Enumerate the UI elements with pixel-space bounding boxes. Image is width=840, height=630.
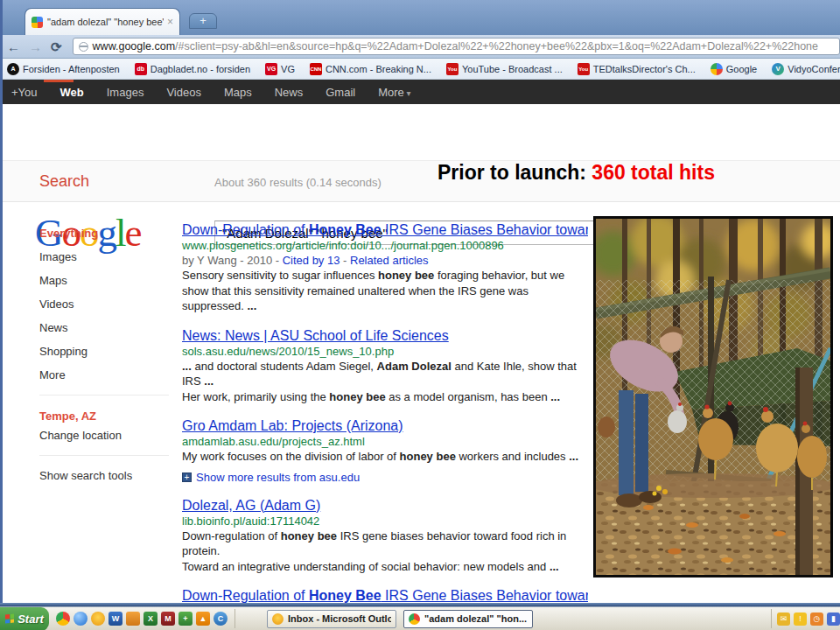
search-mode-label: Search: [39, 172, 89, 191]
chicken-photo: [593, 216, 833, 578]
sidebar-item-shopping[interactable]: Shopping: [39, 346, 171, 357]
result-title-link[interactable]: News: News | ASU School of Life Sciences: [182, 327, 588, 344]
bookmark-youtube[interactable]: YouYouTube - Broadcast ...: [446, 63, 563, 75]
navbar-item-more[interactable]: More: [367, 86, 422, 99]
result-snippet: Sensory sensitivity to sugar influences …: [182, 268, 588, 314]
text-segment: Adam Dolezal: [377, 360, 452, 373]
show-search-tools-link[interactable]: Show search tools: [39, 470, 171, 481]
result-url: sols.asu.edu/news/2010/15_news_10.php: [182, 344, 588, 359]
change-location-link[interactable]: Change location: [39, 430, 171, 441]
bookmarks-bar: AForsiden - AftenpostendbDagbladet.no - …: [0, 59, 840, 80]
text-segment: honey bee: [400, 450, 456, 463]
navbar-item-web[interactable]: Web: [49, 86, 95, 99]
chrome-quicklaunch-icon[interactable]: [56, 612, 70, 626]
bookmark-label: Dagbladet.no - forsiden: [150, 64, 250, 74]
reload-button-icon[interactable]: ⟳: [51, 40, 62, 53]
clock-tray-icon[interactable]: ◷: [810, 612, 823, 626]
sidebar-item-maps[interactable]: Maps: [39, 275, 171, 286]
cnn-favicon-icon: CNN: [310, 63, 322, 75]
bookmark-dagbladet[interactable]: dbDagbladet.no - forsiden: [135, 63, 250, 75]
browser-tab-strip: "adam dolezal" "honey bee" - ( × +: [0, 0, 840, 35]
text-segment: IRS Gene Biases Behavior toward Fo...: [382, 588, 588, 603]
outlook-icon: [272, 613, 284, 625]
result-link[interactable]: Related articles: [350, 254, 429, 267]
bookmark-vidyo[interactable]: VVidyoConferencing: [772, 63, 840, 75]
start-button[interactable]: Start: [0, 607, 49, 630]
text-segment: Honey Bee: [309, 588, 382, 603]
result-url: lib.bioinfo.pl/auid:17114042: [182, 514, 588, 528]
result-byline: by Y Wang - 2010 - Cited by 13 - Related…: [182, 253, 588, 268]
result-title-link[interactable]: Gro Amdam Lab: Projects (Arizona): [182, 417, 588, 434]
result-title-link[interactable]: Down-Regulation of Honey Bee IRS Gene Bi…: [182, 221, 588, 238]
navbar-item-news[interactable]: News: [263, 86, 315, 99]
vidyo-favicon-icon: V: [772, 63, 784, 75]
text-segment: Down-Regulation of: [182, 588, 309, 603]
word-quicklaunch-icon[interactable]: W: [108, 612, 122, 626]
text-segment: honey bee: [378, 269, 434, 282]
bookmark-vg[interactable]: VGVG: [265, 63, 295, 75]
navbar-item-gmail[interactable]: Gmail: [314, 86, 367, 99]
vlc-quicklaunch-icon[interactable]: ▲: [196, 612, 210, 626]
text-segment: by Y Wang - 2010 -: [182, 254, 283, 267]
navbar-item-maps[interactable]: Maps: [213, 86, 263, 99]
browser-tab[interactable]: "adam dolezal" "honey bee" - ( ×: [24, 8, 180, 35]
bookmark-cnn[interactable]: CNNCNN.com - Breaking N...: [310, 63, 431, 75]
sidebar-item-images[interactable]: Images: [39, 251, 171, 262]
google-favicon-icon: [710, 63, 723, 75]
bookmark-label: VG: [281, 64, 295, 74]
plus-icon: +: [182, 472, 192, 482]
text-segment: ...: [550, 390, 560, 403]
search-result: Dolezal, AG (Adam G)lib.bioinfo.pl/auid:…: [182, 497, 588, 575]
network-tray-icon[interactable]: ▮: [827, 612, 840, 626]
start-label: Start: [18, 612, 44, 626]
sidebar-location-label: Tempe, AZ: [39, 410, 171, 423]
annotation-highlight: 360 total hits: [592, 161, 715, 184]
text-segment: and doctoral students Adam Siegel,: [192, 360, 377, 373]
mendeley-quicklaunch-icon[interactable]: M: [161, 612, 175, 626]
sidebar-item-news[interactable]: News: [39, 322, 171, 333]
text-segment: honey bee: [281, 529, 337, 542]
antivirus-quicklaunch-icon[interactable]: +: [178, 612, 192, 626]
planner-quicklaunch-icon[interactable]: [126, 612, 140, 626]
bookmark-label: Google: [726, 64, 757, 74]
result-title-link[interactable]: Down-Regulation of Honey Bee IRS Gene Bi…: [182, 587, 588, 604]
active-tab-indicator: [44, 80, 74, 82]
navbar-item-images[interactable]: Images: [95, 86, 156, 99]
address-bar[interactable]: www.google.com /#sclient=psy-ab&hl=en&so…: [73, 38, 840, 55]
internet-quicklaunch-icon[interactable]: [74, 612, 88, 626]
aftenposten-favicon-icon: A: [7, 63, 19, 75]
forward-button-icon[interactable]: →: [29, 40, 42, 53]
bookmark-aftenposten[interactable]: AForsiden - Aftenposten: [7, 63, 120, 75]
sidebar-item-videos[interactable]: Videos: [39, 298, 171, 310]
taskbar-task-chrome[interactable]: "adam dolezal" "hon...: [403, 610, 533, 628]
new-tab-button[interactable]: +: [189, 13, 217, 29]
task-label: "adam dolezal" "hon...: [424, 613, 527, 624]
taskbar-task-outlook[interactable]: Inbox - Microsoft Outlook: [267, 610, 396, 628]
bookmark-youtube[interactable]: YouTEDtalksDirector's Ch...: [578, 63, 696, 75]
result-link[interactable]: Cited by 13: [283, 254, 340, 267]
sidebar-item-everything[interactable]: Everything: [39, 228, 171, 239]
sidebar-item-more[interactable]: More: [39, 369, 171, 381]
text-segment: -: [340, 254, 350, 267]
mail-tray-icon[interactable]: ✉: [777, 612, 790, 626]
bookmark-label: YouTube - Broadcast ...: [462, 64, 563, 74]
excel-quicklaunch-icon[interactable]: X: [144, 612, 158, 626]
tab-close-icon[interactable]: ×: [167, 16, 173, 28]
dagbladet-favicon-icon: db: [135, 63, 147, 75]
bookmark-google[interactable]: Google: [710, 63, 757, 75]
text-segment: ...: [204, 374, 214, 388]
url-domain: www.google.com: [93, 40, 176, 52]
result-title-link[interactable]: Dolezal, AG (Adam G): [182, 497, 588, 514]
show-more-results-link[interactable]: +Show more results from asu.edu: [182, 471, 588, 484]
navbar-item-videos[interactable]: Videos: [155, 86, 213, 99]
messenger-quicklaunch-icon[interactable]: C: [214, 612, 228, 626]
shield-tray-icon[interactable]: !: [794, 612, 807, 626]
task-label: Inbox - Microsoft Outlook: [288, 613, 391, 624]
annotation-text: Prior to launch: 360 total hits: [438, 161, 715, 185]
navbar-item-you[interactable]: +You: [0, 86, 49, 99]
back-button-icon[interactable]: ←: [7, 40, 20, 53]
text-segment: honey bee: [329, 390, 385, 403]
text-segment: Down-Regulation of: [182, 222, 309, 237]
search-result: Down-Regulation of Honey Bee IRS Gene Bi…: [182, 221, 588, 314]
outlook-quicklaunch-icon[interactable]: [91, 612, 105, 626]
